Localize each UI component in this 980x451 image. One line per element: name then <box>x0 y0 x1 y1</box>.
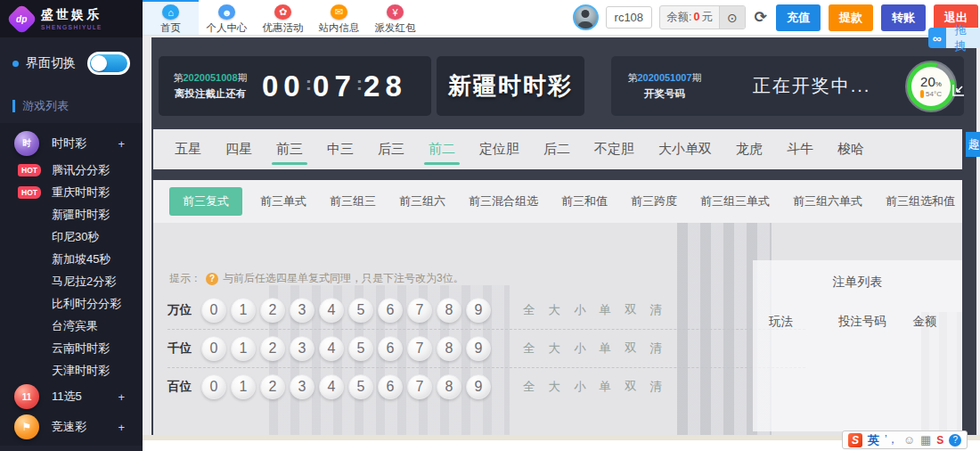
play-subtab[interactable]: 前三混合组选 <box>463 187 543 216</box>
nav-item[interactable]: ✿ 优惠活动 <box>255 0 311 35</box>
sidebar-game-item[interactable]: 台湾宾果 <box>0 315 143 337</box>
number-ball[interactable]: 1 <box>231 336 256 361</box>
number-ball[interactable]: 2 <box>260 374 285 399</box>
play-subtab[interactable]: 前三组六单式 <box>788 187 868 216</box>
quick-select-link[interactable]: 小 <box>574 302 586 318</box>
play-subtab[interactable]: 前三跨度 <box>625 187 682 216</box>
play-tab[interactable]: 定位胆 <box>479 130 519 168</box>
quick-select-link[interactable]: 单 <box>600 379 612 395</box>
quick-select-link[interactable]: 小 <box>574 379 586 395</box>
sidebar-game-item[interactable]: 马尼拉2分彩 <box>0 270 143 292</box>
brand-logo[interactable]: dp 盛世娱乐 SHENGSHIYULE <box>0 0 143 37</box>
number-ball[interactable]: 6 <box>378 298 403 323</box>
quick-select-link[interactable]: 大 <box>549 302 561 318</box>
number-ball[interactable]: 0 <box>201 336 226 361</box>
number-ball[interactable]: 1 <box>231 374 256 399</box>
sidebar-game-item[interactable]: 天津时时彩 <box>0 359 143 381</box>
number-ball[interactable]: 7 <box>407 298 432 323</box>
number-ball[interactable]: 5 <box>348 336 373 361</box>
play-subtab[interactable]: 前三复式 <box>169 187 242 216</box>
number-ball[interactable]: 2 <box>260 336 285 361</box>
number-ball[interactable]: 0 <box>201 298 226 323</box>
fun-side-tab[interactable]: 趣 <box>966 132 980 157</box>
ime-logo-icon[interactable]: S <box>848 433 862 447</box>
play-subtab[interactable]: 前三组三 <box>324 187 381 216</box>
number-ball[interactable]: 8 <box>437 298 461 323</box>
number-ball[interactable]: 8 <box>437 336 461 361</box>
nav-item[interactable]: ☻ 个人中心 <box>199 0 255 35</box>
play-tab[interactable]: 后三 <box>378 130 404 168</box>
nav-item[interactable]: ✉ 站内信息 <box>311 0 367 35</box>
sidebar-game-item[interactable]: 11 11选5 + <box>0 381 143 412</box>
quick-select-link[interactable]: 单 <box>600 302 612 318</box>
trend-chart-icon[interactable] <box>951 83 966 97</box>
sidebar-game-item[interactable]: ⚑ 竞速彩 + <box>0 412 143 442</box>
ime-language-toggle[interactable]: 英 <box>868 432 879 448</box>
account-action-button[interactable]: 转账 <box>881 4 926 31</box>
number-ball[interactable]: 8 <box>437 374 461 399</box>
quick-select-link[interactable]: 全 <box>523 340 535 357</box>
expand-plus-icon[interactable]: + <box>118 390 125 404</box>
number-ball[interactable]: 9 <box>466 374 491 399</box>
number-ball[interactable]: 6 <box>378 336 403 361</box>
number-ball[interactable]: 4 <box>319 336 344 361</box>
play-tab[interactable]: 大小单双 <box>658 130 712 168</box>
number-ball[interactable]: 3 <box>290 298 314 323</box>
play-tab[interactable]: 前三 <box>276 130 303 168</box>
number-ball[interactable]: 5 <box>348 374 373 399</box>
play-subtab[interactable]: 前三组六 <box>394 187 451 216</box>
keyboard-icon[interactable]: ▦ <box>920 433 931 447</box>
sidebar-game-item[interactable]: 印尼30秒 <box>0 226 143 248</box>
sidebar-game-item[interactable]: 新疆时时彩 <box>0 203 143 226</box>
play-subtab[interactable]: 前三组选包胆 <box>973 187 976 216</box>
avatar[interactable] <box>573 4 599 30</box>
play-subtab[interactable]: 前三组三单式 <box>695 187 775 216</box>
ime-punctuation-toggle[interactable]: ’， <box>885 432 898 447</box>
quick-select-link[interactable]: 清 <box>650 302 663 318</box>
quick-select-link[interactable]: 大 <box>549 340 561 357</box>
play-tab[interactable]: 中三 <box>327 130 354 168</box>
sidebar-game-item[interactable]: 云南时时彩 <box>0 337 143 359</box>
eye-icon[interactable]: ⊙ <box>719 6 745 29</box>
play-tab[interactable]: 四星 <box>225 130 252 168</box>
quick-select-link[interactable]: 小 <box>574 340 586 357</box>
play-tab[interactable]: 五星 <box>175 130 201 168</box>
expand-plus-icon[interactable]: + <box>118 137 125 151</box>
play-subtab[interactable]: 前三和值 <box>556 187 613 216</box>
quick-select-link[interactable]: 双 <box>625 340 637 357</box>
play-tab[interactable]: 梭哈 <box>837 130 864 168</box>
number-ball[interactable]: 7 <box>407 336 432 361</box>
play-subtab[interactable]: 前三单式 <box>255 187 312 216</box>
account-action-button[interactable]: 充值 <box>776 4 821 31</box>
ime-s-icon[interactable]: S <box>936 434 943 447</box>
expand-plus-icon[interactable]: + <box>118 421 125 434</box>
number-ball[interactable]: 4 <box>319 298 344 323</box>
emoji-icon[interactable]: ☺ <box>903 433 915 447</box>
play-tab[interactable]: 斗牛 <box>787 130 813 168</box>
quick-select-link[interactable]: 单 <box>600 340 612 357</box>
sidebar-game-item[interactable]: HOT 重庆时时彩 <box>0 181 143 203</box>
sidebar-game-item[interactable]: 比利时分分彩 <box>0 292 143 315</box>
play-tab[interactable]: 后二 <box>543 130 570 168</box>
play-subtab[interactable]: 前三组选和值 <box>880 187 960 216</box>
play-tab[interactable]: 龙虎 <box>736 130 763 168</box>
number-ball[interactable]: 9 <box>466 298 491 323</box>
sidebar-game-item[interactable]: 时 时时彩 + <box>0 128 143 159</box>
help-icon[interactable]: ? <box>949 434 961 447</box>
quick-select-link[interactable]: 大 <box>549 379 561 395</box>
number-ball[interactable]: 5 <box>348 298 373 323</box>
account-action-button[interactable]: 提款 <box>829 4 873 31</box>
play-tab[interactable]: 前二 <box>429 130 455 168</box>
quick-select-link[interactable]: 双 <box>625 302 637 318</box>
ui-switch-toggle[interactable] <box>87 52 130 75</box>
refresh-icon[interactable]: ⟳ <box>755 8 767 27</box>
sidebar-game-item[interactable]: HOT 腾讯分分彩 <box>0 159 143 181</box>
drag-widget[interactable]: ∞ 拖拽 <box>928 28 980 48</box>
number-ball[interactable]: 7 <box>407 374 432 399</box>
number-ball[interactable]: 6 <box>378 374 403 399</box>
number-ball[interactable]: 1 <box>231 298 256 323</box>
quick-select-link[interactable]: 清 <box>650 340 663 357</box>
number-ball[interactable]: 2 <box>260 298 285 323</box>
quick-select-link[interactable]: 全 <box>523 302 535 318</box>
sidebar-game-item[interactable]: 新加坡45秒 <box>0 248 143 270</box>
